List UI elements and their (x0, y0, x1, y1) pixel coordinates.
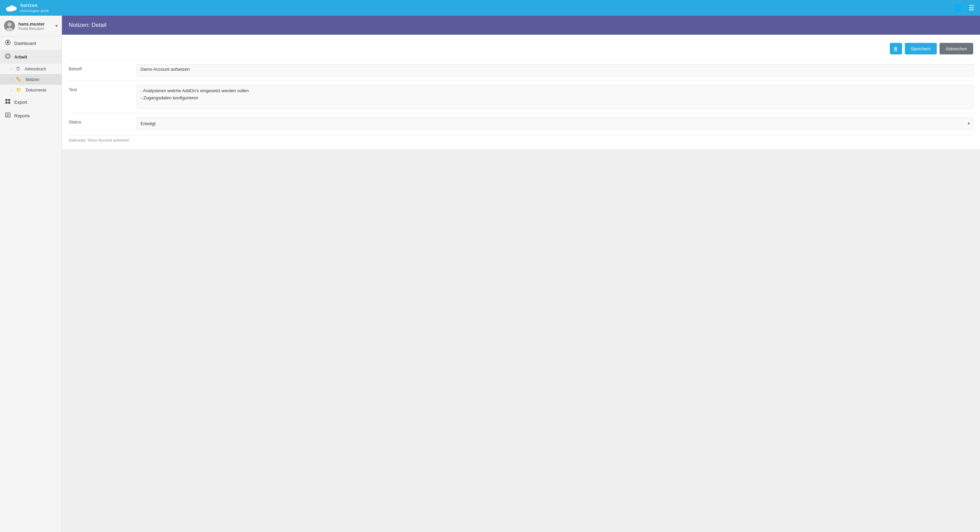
logo-text: horizontechnologies gmbh (21, 3, 49, 13)
globe-icon[interactable]: 🌐 (954, 4, 962, 12)
sidebar-item-export[interactable]: Export (0, 95, 62, 109)
text-value[interactable]: - Analysieren welche AddOn's eingesetzt … (137, 85, 973, 109)
dashboard-label: Dashboard (14, 41, 36, 46)
adressbuch-label: Adressbuch (24, 67, 46, 71)
betreff-value[interactable]: Demo Account aufsetzen (137, 64, 973, 76)
svg-point-8 (7, 41, 9, 43)
dots-icon: ··· (10, 67, 13, 71)
status-label: Status (69, 118, 137, 124)
status-row: Status Erledigt Offen In Bearbeitung ▾ (69, 113, 973, 134)
delete-button[interactable]: 🗑 (890, 43, 902, 54)
dots-icon-3: ··· (10, 88, 13, 92)
toolbar: 🗑 Speichern Abbrechen (69, 40, 973, 60)
svg-point-10 (5, 54, 10, 59)
svg-point-3 (10, 5, 14, 10)
sidebar-item-notizen[interactable]: ··· ✏️ Notizen (0, 74, 62, 85)
svg-rect-13 (8, 99, 10, 101)
arbeit-label: Arbeit (14, 54, 27, 60)
export-label: Export (14, 100, 27, 105)
betreff-row: Betreff Demo Account aufsetzen (69, 60, 973, 81)
user-info: hans.muster Portal Benutzer (18, 21, 52, 31)
cancel-button[interactable]: Abbrechen (940, 43, 973, 54)
user-section[interactable]: hans.muster Portal Benutzer ▾ (0, 16, 62, 37)
sidebar-item-dashboard[interactable]: Dashboard (0, 37, 62, 50)
user-name: hans.muster (18, 21, 52, 27)
betreff-label: Betreff (69, 64, 137, 71)
notizen-icon: ✏️ (16, 77, 21, 82)
dots-icon-2: ··· (10, 78, 13, 82)
svg-rect-15 (8, 102, 10, 104)
dokumente-icon: 📁 (16, 87, 21, 92)
reports-icon (5, 112, 11, 119)
user-role: Portal Benutzer (18, 27, 52, 31)
status-select[interactable]: Erledigt Offen In Bearbeitung (137, 118, 973, 130)
reports-label: Reports (14, 113, 30, 118)
top-bar: horizontechnologies gmbh 🌐 ☰ (0, 0, 980, 16)
chevron-down-icon[interactable]: ▾ (56, 24, 57, 28)
footer-text: Datensatz: Demo Account aufsetzen (69, 135, 973, 143)
sidebar-item-adressbuch[interactable]: ··· 🗒 Adressbuch (0, 64, 62, 74)
main-layout: hans.muster Portal Benutzer ▾ Dashboard (0, 16, 980, 532)
page-title: Notizen: Detail (69, 22, 107, 28)
save-button[interactable]: Speichern (905, 43, 937, 54)
notizen-label: Notizen (25, 77, 40, 82)
export-icon (5, 98, 11, 105)
menu-icon[interactable]: ☰ (969, 4, 975, 12)
sidebar-item-arbeit[interactable]: Arbeit (0, 50, 62, 64)
dokumente-label: Dokumente (25, 88, 46, 92)
content-panel: 🗑 Speichern Abbrechen Betreff Demo Accou… (62, 35, 980, 149)
dashboard-icon (5, 40, 11, 47)
logo: horizontechnologies gmbh (5, 3, 49, 13)
svg-rect-12 (5, 99, 8, 101)
sidebar: hans.muster Portal Benutzer ▾ Dashboard (0, 16, 62, 532)
svg-point-5 (8, 22, 11, 27)
svg-point-11 (6, 55, 9, 57)
page-header: Notizen: Detail (62, 16, 980, 35)
text-label: Text (69, 85, 137, 92)
adressbuch-icon: 🗒 (16, 66, 21, 71)
arbeit-icon (5, 53, 11, 60)
top-bar-actions: 🌐 ☰ (954, 4, 975, 12)
sidebar-item-reports[interactable]: Reports (0, 109, 62, 122)
status-select-wrapper: Erledigt Offen In Bearbeitung ▾ (137, 118, 973, 130)
content-area: Notizen: Detail 🗑 Speichern Abbrechen Be… (62, 16, 980, 532)
avatar (4, 21, 15, 31)
logo-icon (5, 4, 18, 12)
sidebar-item-dokumente[interactable]: ··· 📁 Dokumente (0, 85, 62, 95)
text-row: Text - Analysieren welche AddOn's einges… (69, 81, 973, 113)
svg-rect-14 (5, 102, 8, 104)
